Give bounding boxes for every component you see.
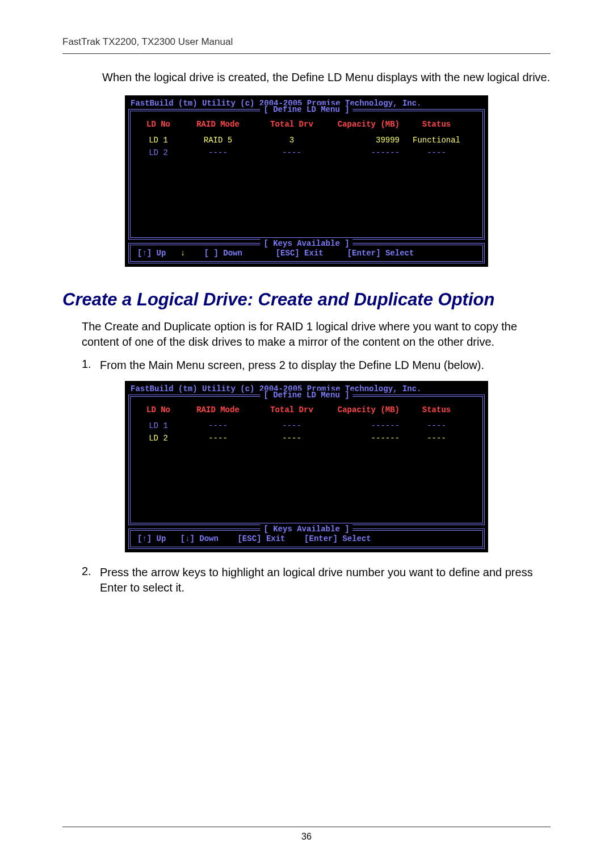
ld-no-cell: LD 1 xyxy=(138,136,178,145)
raid-cell: RAID 5 xyxy=(178,136,258,145)
bios-row-selected: LD 2 ---- ---- ------ ---- xyxy=(138,432,475,445)
bios-keys-frame: [ Keys Available ] [↑] Up [↓] Down [ESC]… xyxy=(128,529,485,549)
cap-cell: ------ xyxy=(326,148,405,157)
bios-screenshot-2: FastBuild (tm) Utility (c) 2004-2005 Pro… xyxy=(125,381,488,552)
step-text: From the Main Menu screen, press 2 to di… xyxy=(100,358,484,373)
stat-cell: ---- xyxy=(405,148,468,157)
bios-define-ld-frame: [ Define LD Menu ] LD No RAID Mode Total… xyxy=(128,109,485,240)
drv-cell: ---- xyxy=(258,421,326,430)
ld-no-cell: LD 2 xyxy=(138,434,178,443)
bios-keys-title: [ Keys Available ] xyxy=(260,525,352,534)
page-number: 36 xyxy=(62,827,551,842)
raid-cell: ---- xyxy=(178,434,258,443)
col-status: Status xyxy=(405,120,468,129)
section-body: The Create and Duplicate option is for R… xyxy=(82,319,551,350)
bios-keys-title: [ Keys Available ] xyxy=(260,239,352,248)
ld-no-cell: LD 2 xyxy=(138,148,178,157)
key-esc: [ESC] Exit xyxy=(237,534,285,543)
down-arrow-icon: ↓ xyxy=(180,249,185,258)
col-ld-no: LD No xyxy=(138,405,178,414)
bios-row: LD 1 ---- ---- ------ ---- xyxy=(138,420,475,432)
col-total-drv: Total Drv xyxy=(258,405,326,414)
bios-define-ld-frame: [ Define LD Menu ] LD No RAID Mode Total… xyxy=(128,395,485,525)
key-enter: [Enter] Select xyxy=(347,249,414,258)
cap-cell: 39999 xyxy=(326,136,405,145)
raid-cell: ---- xyxy=(178,148,258,157)
key-esc: [ESC] Exit xyxy=(276,249,324,258)
col-ld-no: LD No xyxy=(138,120,178,129)
bios-frame-title: [ Define LD Menu ] xyxy=(260,105,352,114)
key-enter: [Enter] Select xyxy=(304,534,371,543)
bios-keys-line: [↑] Up [↓] Down [ESC] Exit [Enter] Selec… xyxy=(137,534,476,543)
drv-cell: ---- xyxy=(258,148,326,157)
stat-cell: Functional xyxy=(405,136,468,145)
bios-column-headers: LD No RAID Mode Total Drv Capacity (MB) … xyxy=(138,118,475,131)
section-heading: Create a Logical Drive: Create and Dupli… xyxy=(62,290,551,310)
bios-frame-title: [ Define LD Menu ] xyxy=(260,391,352,400)
col-total-drv: Total Drv xyxy=(258,120,326,129)
col-raid: RAID Mode xyxy=(178,120,258,129)
col-status: Status xyxy=(405,405,468,414)
bios-screenshot-1: FastBuild (tm) Utility (c) 2004-2005 Pro… xyxy=(125,95,488,267)
cap-cell: ------ xyxy=(326,421,405,430)
running-header: FastTrak TX2200, TX2300 User Manual xyxy=(62,36,551,54)
bios-row-selected: LD 1 RAID 5 3 39999 Functional xyxy=(138,134,475,146)
step-text: Press the arrow keys to highlight an log… xyxy=(100,565,551,596)
bios-keys-line: [↑] Up ↓ [ ] Down [ESC] Exit [Enter] Sel… xyxy=(137,249,476,258)
drv-cell: ---- xyxy=(258,434,326,443)
key-up: [↑] Up xyxy=(137,534,166,543)
key-up: [↑] Up xyxy=(137,249,166,258)
stat-cell: ---- xyxy=(405,434,468,443)
ld-no-cell: LD 1 xyxy=(138,421,178,430)
bios-row: LD 2 ---- ---- ------ ---- xyxy=(138,146,475,159)
col-capacity: Capacity (MB) xyxy=(326,120,405,129)
step-number: 1. xyxy=(82,358,100,373)
stat-cell: ---- xyxy=(405,421,468,430)
cap-cell: ------ xyxy=(326,434,405,443)
key-down: [ ] Down xyxy=(204,249,242,258)
step-1: 1. From the Main Menu screen, press 2 to… xyxy=(82,358,551,373)
document-page: FastTrak TX2200, TX2300 User Manual When… xyxy=(0,0,613,868)
key-down: [↓] Down xyxy=(180,534,219,543)
col-capacity: Capacity (MB) xyxy=(326,405,405,414)
bios-keys-frame: [ Keys Available ] [↑] Up ↓ [ ] Down [ES… xyxy=(128,243,485,263)
step-2: 2. Press the arrow keys to highlight an … xyxy=(82,565,551,596)
step-number: 2. xyxy=(82,565,100,596)
drv-cell: 3 xyxy=(258,136,326,145)
intro-paragraph: When the logical drive is created, the D… xyxy=(102,70,551,85)
raid-cell: ---- xyxy=(178,421,258,430)
col-raid: RAID Mode xyxy=(178,405,258,414)
bios-column-headers: LD No RAID Mode Total Drv Capacity (MB) … xyxy=(138,404,475,416)
